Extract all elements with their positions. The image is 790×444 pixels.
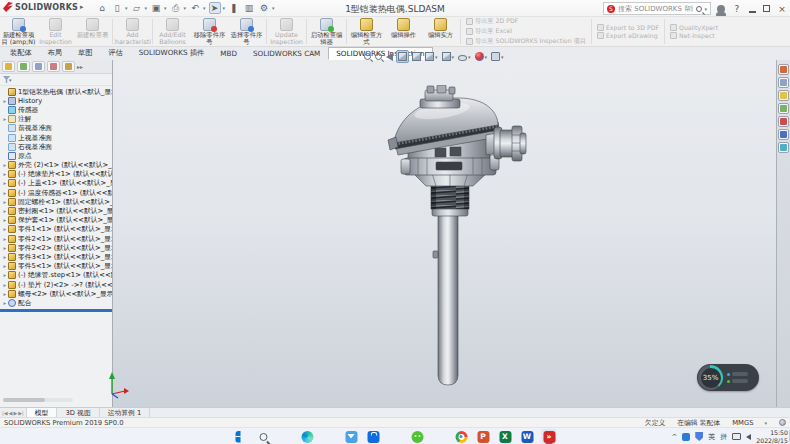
tree-item[interactable]: ▸零件3<1> (默认<<默认>_显示状 [0,252,112,261]
tree-item[interactable]: ▸零件5<1> (默认<<默认>_显示状 [0,262,112,271]
tree-item[interactable]: ▸螺母<2> (默认<<默认>_显示状态 [0,289,112,298]
close-button[interactable]: × [777,3,787,15]
doc-tab-nav-first-icon[interactable]: |◀ [2,410,8,416]
panel-tab-dimxpert-manager[interactable] [47,61,60,72]
hide-show-items-button[interactable]: ▾ [457,52,472,62]
file-explorer-button[interactable] [778,90,789,101]
taskbar-powerpoint-button[interactable]: P [476,429,491,444]
help-button[interactable]: ? [732,3,742,15]
scrollbar-thumb[interactable] [3,398,45,402]
status-globe-icon[interactable] [779,419,786,426]
hide-show-items-dropdown-icon[interactable]: ▾ [468,54,471,60]
new-document-dropdown-icon[interactable]: ▾ [125,5,128,11]
more-icon[interactable]: ▸▸ [77,63,83,70]
menu-expand-arrow-icon[interactable]: ▸ [80,3,84,11]
minimize-button[interactable] [749,5,756,13]
tree-item[interactable]: 传感器 [0,105,112,114]
tab-装配体[interactable]: 装配体 [2,46,40,60]
taskbar-start-button[interactable] [234,429,249,444]
language-indicator[interactable]: 英 [708,432,715,442]
tree-item[interactable]: ▸零件2<1> (默认<<默认>_显示状 [0,234,112,243]
speaker-icon[interactable] [746,434,751,440]
tree-item[interactable]: 1型铠装热电偶 (默认<默认_显示状态-1 [0,87,112,96]
tree-item[interactable]: ▸零件2<2> (默认<<默认>_显示状 [0,243,112,252]
open-dropdown-icon[interactable]: ▾ [145,5,148,11]
tab-solidworks-cam[interactable]: SOLIDWORKS CAM [245,47,328,60]
ribbon-button[interactable]: 启动检查编辑器 [308,17,345,46]
tree-item[interactable]: ▸固定螺栓<1> (默认<<默认>_显示 [0,197,112,206]
taskbar-file-explorer-button[interactable] [322,429,337,444]
zoom-fit-button[interactable] [363,52,372,61]
tree-item[interactable]: ▸(-) 绝缘管.step<1> (默认<<默认> [0,271,112,280]
tree-item[interactable]: ▸外壳 (2)<1> (默认<<默认>_显示状 [0,161,112,170]
clock[interactable]: 15:50 2022/8/15 [756,429,788,443]
taskbar-browser-ring-button[interactable] [432,429,447,444]
tree-item[interactable]: 原点 [0,151,112,160]
tree-item[interactable]: ▸密封圈<1> (默认<<默认>_显示状 [0,206,112,215]
taskbar-edge-button[interactable] [300,429,315,444]
solidworks-resources-button[interactable] [778,64,789,75]
taskbar-excel-button[interactable]: X [498,429,513,444]
view-palette-button[interactable] [778,103,789,114]
tree-item[interactable]: 上视基准面 [0,133,112,142]
doc-tab-3d-views[interactable]: 3D 视图 [57,408,99,417]
design-library-button[interactable] [778,77,789,88]
tab-草图[interactable]: 草图 [70,46,100,60]
print-dropdown-icon[interactable]: ▾ [184,5,187,11]
edit-appearance-button[interactable]: ▾ [474,51,489,62]
ribbon-button[interactable]: 选择零件序号 [228,17,265,46]
zoom-area-button[interactable] [374,52,383,61]
ribbon-button[interactable]: 编辑操作 [385,17,422,46]
tray-expand-icon[interactable]: ^ [671,433,677,441]
doc-tab-model[interactable]: 模型 [27,408,58,417]
display-style-button[interactable]: ▾ [441,51,456,62]
ribbon-button[interactable]: 移除零件序号 [191,17,228,46]
filter-dropdown-icon[interactable]: ▾ [9,77,12,83]
view-orientation-dropdown-icon[interactable]: ▾ [435,54,438,60]
ribbon-button[interactable]: 编辑实方 [422,17,459,46]
tree-item[interactable]: ▸(-) 绝缘垫片<1> (默认<<默认>_显 [0,170,112,179]
units-dropdown-icon[interactable]: ▾ [764,420,767,426]
taskbar-word-button[interactable]: W [520,429,535,444]
tree-item[interactable]: 前视基准面 [0,124,112,133]
taskbar-task-view-button[interactable] [278,429,293,444]
thermocouple-3d-model[interactable] [380,85,530,390]
save-icon[interactable]: ▣ [150,2,162,14]
tree-item[interactable]: ▸(-) 上盖<1> (默认<<默认>_显示状 [0,179,112,188]
panel-tab-display-manager[interactable] [62,61,75,72]
panel-tab-property-manager[interactable] [17,61,30,72]
tree-item[interactable]: ▸注解 [0,115,112,124]
save-dropdown-icon[interactable]: ▾ [164,5,167,11]
panel-tab-configuration-manager[interactable] [32,61,45,72]
print-icon[interactable]: ⎙ [170,2,182,14]
tree-item[interactable]: ▸保护套<1> (默认<<默认>_显示状 [0,216,112,225]
restore-button[interactable] [763,5,770,12]
sign-in-icon[interactable] [717,5,725,13]
panel-horizontal-scrollbar[interactable] [3,398,73,402]
tab-评估[interactable]: 评估 [100,46,130,60]
apply-scene-dropdown-icon[interactable]: ▾ [501,54,504,60]
taskbar-solidworks-button[interactable]: » [542,429,557,444]
taskbar-store-button[interactable] [366,429,381,444]
dynamic-annotation-button[interactable] [411,51,422,62]
edit-appearance-dropdown-icon[interactable]: ▾ [485,54,488,60]
tree-item[interactable]: ▸History [0,96,112,105]
appearances-scenes-button[interactable] [778,116,789,127]
battery-overlay-widget[interactable]: 35% [697,364,759,391]
doc-tab-nav-next-icon[interactable]: ▶ [13,410,17,416]
doc-tab-nav-last-icon[interactable]: ▶| [18,410,24,416]
search-icon[interactable] [696,6,702,12]
ribbon-button[interactable]: 编辑检查方式 [348,17,385,46]
tab-布局[interactable]: 布局 [40,46,70,60]
taskbar-mail-button[interactable] [344,429,359,444]
solidworks-forum-button[interactable] [778,142,789,153]
tray-app-icon[interactable] [682,433,690,441]
tree-item[interactable]: 右视基准面 [0,142,112,151]
panel-tab-feature-manager[interactable] [2,61,15,72]
tab-mbd[interactable]: MBD [212,47,245,60]
tree-item[interactable]: ▸(-) 垫片 (2)<2> ->? (默认<<默认> [0,280,112,289]
help-search-box[interactable]: S 搜索 SOLIDWORKS 帮助 ▾ [603,2,711,15]
doc-tab-motion-study[interactable]: 运动算例 1 [100,408,151,417]
display-style-dropdown-icon[interactable]: ▾ [452,54,455,60]
tab-solidworks-插件[interactable]: SOLIDWORKS 插件 [131,46,213,60]
